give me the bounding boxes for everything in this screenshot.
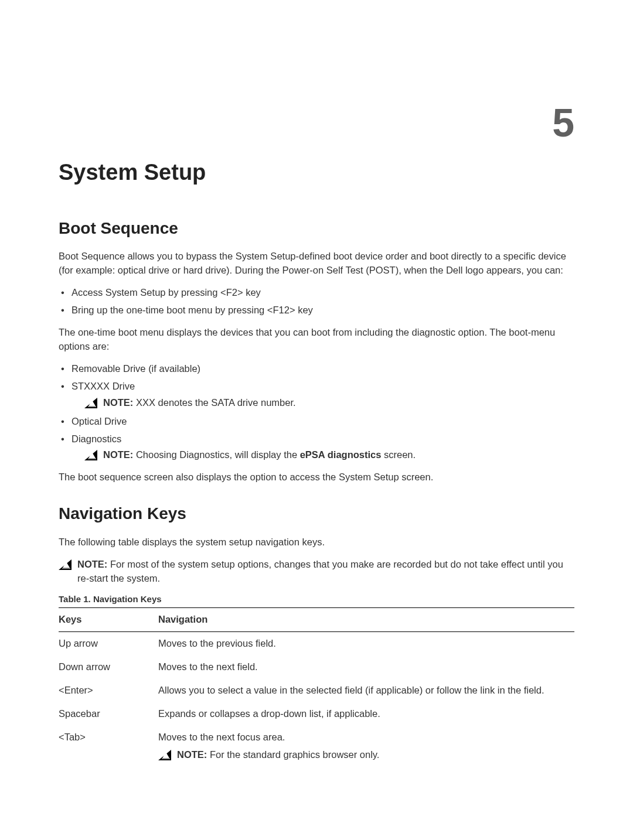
section-navigation-keys-title: Navigation Keys xyxy=(59,502,574,526)
note-icon xyxy=(59,559,72,570)
boot-sequence-outro: The boot sequence screen also displays t… xyxy=(59,470,574,484)
key-cell: <Enter> xyxy=(59,679,158,702)
boot-menu-intro: The one-time boot menu displays the devi… xyxy=(59,326,574,354)
nav-cell: Moves to the previous field. xyxy=(158,632,574,655)
list-item: Access System Setup by pressing <F2> key xyxy=(59,286,574,300)
list-item: STXXXX Drive NOTE: XXX denotes the SATA … xyxy=(59,380,574,410)
list-item: Diagnostics NOTE: Choosing Diagnostics, … xyxy=(59,432,574,463)
key-cell: Spacebar xyxy=(59,702,158,726)
list-item-label: STXXXX Drive xyxy=(72,381,135,391)
section-boot-sequence-title: Boot Sequence xyxy=(59,217,574,241)
list-item-label: Diagnostics xyxy=(72,433,121,444)
table-row: Up arrow Moves to the previous field. xyxy=(59,632,574,655)
note-block: NOTE: For the standard graphics browser … xyxy=(158,748,571,762)
nav-cell: Moves to the next focus area. NOTE: For … xyxy=(158,726,574,767)
note-label: NOTE: xyxy=(103,449,133,460)
list-item: Removable Drive (if available) xyxy=(59,362,574,376)
access-list: Access System Setup by pressing <F2> key… xyxy=(59,286,574,317)
note-icon xyxy=(84,450,97,460)
navigation-keys-intro: The following table displays the system … xyxy=(59,535,574,549)
note-block: NOTE: XXX denotes the SATA drive number. xyxy=(84,396,574,410)
boot-sequence-intro: Boot Sequence allows you to bypass the S… xyxy=(59,250,574,278)
nav-text: Moves to the next focus area. xyxy=(158,732,285,742)
table-row: Spacebar Expands or collapses a drop-dow… xyxy=(59,702,574,726)
note-bold: ePSA diagnostics xyxy=(300,449,382,460)
note-body: For the standard graphics browser only. xyxy=(207,749,379,760)
table-header-keys: Keys xyxy=(59,608,158,632)
table-caption: Table 1. Navigation Keys xyxy=(59,593,574,606)
note-text: NOTE: For the standard graphics browser … xyxy=(177,748,571,762)
boot-options-list: Removable Drive (if available) STXXXX Dr… xyxy=(59,362,574,463)
list-item: Optical Drive xyxy=(59,415,574,429)
note-text: NOTE: XXX denotes the SATA drive number. xyxy=(103,396,574,410)
table-row: Down arrow Moves to the next field. xyxy=(59,655,574,679)
note-label: NOTE: xyxy=(177,749,207,760)
chapter-title: System Setup xyxy=(59,156,574,189)
note-icon xyxy=(84,398,97,408)
note-body-a: Choosing Diagnostics, will display the xyxy=(133,449,300,460)
note-body: XXX denotes the SATA drive number. xyxy=(133,397,295,408)
table-row: <Enter> Allows you to select a value in … xyxy=(59,679,574,702)
note-icon xyxy=(158,750,171,760)
table-header-navigation: Navigation xyxy=(158,608,574,632)
nav-cell: Allows you to select a value in the sele… xyxy=(158,679,574,702)
key-cell: Down arrow xyxy=(59,655,158,679)
note-body-b: screen. xyxy=(381,449,416,460)
chapter-number: 5 xyxy=(59,94,574,152)
key-cell: Up arrow xyxy=(59,632,158,655)
nav-cell: Expands or collapses a drop-down list, i… xyxy=(158,702,574,726)
note-label: NOTE: xyxy=(77,559,107,569)
key-cell: <Tab> xyxy=(59,726,158,767)
note-label: NOTE: xyxy=(103,397,133,408)
note-text: NOTE: Choosing Diagnostics, will display… xyxy=(103,448,574,462)
note-text: NOTE: For most of the system setup optio… xyxy=(77,558,574,586)
note-body: For most of the system setup options, ch… xyxy=(77,559,563,583)
note-block: NOTE: For most of the system setup optio… xyxy=(59,558,574,586)
nav-cell: Moves to the next field. xyxy=(158,655,574,679)
navigation-keys-table: Keys Navigation Up arrow Moves to the pr… xyxy=(59,607,574,766)
table-header-row: Keys Navigation xyxy=(59,608,574,632)
list-item: Bring up the one-time boot menu by press… xyxy=(59,303,574,317)
note-block: NOTE: Choosing Diagnostics, will display… xyxy=(84,448,574,462)
table-row: <Tab> Moves to the next focus area. NOTE… xyxy=(59,726,574,767)
